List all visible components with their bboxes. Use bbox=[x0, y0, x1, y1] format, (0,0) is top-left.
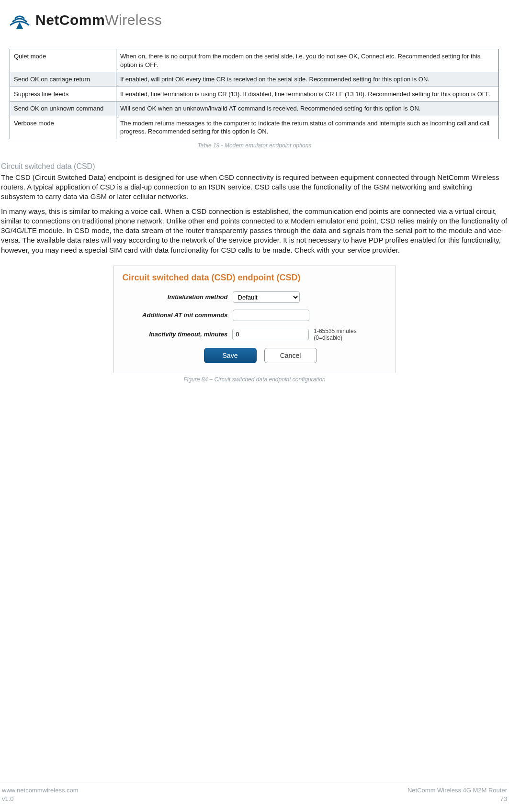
panel-title: Circuit switched data (CSD) endpoint (CS… bbox=[123, 273, 387, 283]
page-footer: www.netcommwireless.com v1.0 NetComm Wir… bbox=[0, 782, 509, 803]
at-commands-label: Additional AT init commands bbox=[123, 311, 228, 319]
footer-product: NetComm Wireless 4G M2M Router bbox=[407, 786, 507, 795]
opt-desc: If enabled, line termination is using CR… bbox=[116, 87, 499, 101]
opt-label: Quiet mode bbox=[10, 49, 116, 72]
footer-page: 73 bbox=[407, 795, 507, 803]
cancel-button[interactable]: Cancel bbox=[264, 348, 317, 363]
init-method-label: Initialization method bbox=[123, 293, 228, 300]
opt-desc: The modem returns messages to the comput… bbox=[116, 116, 499, 139]
timeout-label: Inactivity timeout, minutes bbox=[123, 331, 228, 338]
table-row: Send OK on carriage return If enabled, w… bbox=[10, 72, 499, 87]
table-row: Send OK on unknown command Will send OK … bbox=[10, 101, 499, 116]
timeout-hint: 1-65535 minutes (0=disable) bbox=[314, 328, 386, 341]
save-button[interactable]: Save bbox=[204, 348, 257, 363]
timeout-input[interactable] bbox=[232, 329, 309, 340]
brand-icon bbox=[9, 11, 31, 30]
svg-marker-0 bbox=[16, 22, 23, 29]
table-caption: Table 19 - Modem emulator endpoint optio… bbox=[0, 142, 509, 149]
options-table: Quiet mode When on, there is no output f… bbox=[10, 49, 499, 139]
body-paragraph: In many ways, this is similar to making … bbox=[1, 207, 508, 255]
brand-text: NetCommWireless bbox=[35, 12, 162, 28]
body-paragraph: The CSD (Circuit Switched Data) endpoint… bbox=[1, 173, 508, 202]
footer-version: v1.0 bbox=[2, 795, 79, 803]
footer-url: www.netcommwireless.com bbox=[2, 786, 79, 795]
opt-label: Send OK on unknown command bbox=[10, 101, 116, 116]
figure-caption: Figure 84 – Circuit switched data endpoi… bbox=[113, 376, 396, 383]
config-panel: Circuit switched data (CSD) endpoint (CS… bbox=[113, 266, 396, 373]
opt-desc: If enabled, will print OK every time CR … bbox=[116, 72, 499, 87]
at-commands-input[interactable] bbox=[233, 310, 309, 321]
init-method-select[interactable]: Default bbox=[233, 291, 300, 303]
brand-logo: NetCommWireless bbox=[9, 11, 509, 30]
opt-label: Send OK on carriage return bbox=[10, 72, 116, 87]
table-row: Suppress line feeds If enabled, line ter… bbox=[10, 87, 499, 101]
table-row: Quiet mode When on, there is no output f… bbox=[10, 49, 499, 72]
opt-label: Suppress line feeds bbox=[10, 87, 116, 101]
section-heading: Circuit switched data (CSD) bbox=[1, 162, 509, 171]
table-row: Verbose mode The modem returns messages … bbox=[10, 116, 499, 139]
opt-desc: When on, there is no output from the mod… bbox=[116, 49, 499, 72]
opt-desc: Will send OK when an unknown/invalid AT … bbox=[116, 101, 499, 116]
opt-label: Verbose mode bbox=[10, 116, 116, 139]
